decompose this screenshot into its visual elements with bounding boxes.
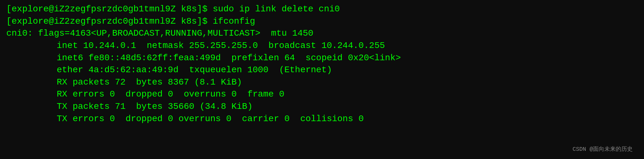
terminal-line-line3: cni0: flags=4163<UP,BROADCAST,RUNNING,MU… xyxy=(6,27,638,40)
terminal-line-line10: TX errors 0 dropped 0 overruns 0 carrier… xyxy=(6,113,638,125)
terminal-line-line8: RX errors 0 dropped 0 overruns 0 frame 0 xyxy=(6,88,638,101)
terminal-line-line2: [explore@iZ2zegfpsrzdc0gb1tmnl9Z k8s]$ i… xyxy=(6,15,638,28)
terminal-output: [explore@iZ2zegfpsrzdc0gb1tmnl9Z k8s]$ s… xyxy=(6,3,638,125)
watermark: CSDN @面向未来的历史 xyxy=(572,145,633,153)
terminal-window: [explore@iZ2zegfpsrzdc0gb1tmnl9Z k8s]$ s… xyxy=(6,3,638,156)
terminal-line-line6: ether 4a:d5:62:aa:49:9d txqueuelen 1000 … xyxy=(6,64,638,76)
terminal-line-line5: inet6 fe80::48d5:62ff:feaa:499d prefixle… xyxy=(6,52,638,64)
terminal-line-line1: [explore@iZ2zegfpsrzdc0gb1tmnl9Z k8s]$ s… xyxy=(6,3,638,15)
terminal-line-line9: TX packets 71 bytes 35660 (34.8 KiB) xyxy=(6,101,638,113)
terminal-line-line7: RX packets 72 bytes 8367 (8.1 KiB) xyxy=(6,76,638,89)
terminal-line-line4: inet 10.244.0.1 netmask 255.255.255.0 br… xyxy=(6,40,638,52)
